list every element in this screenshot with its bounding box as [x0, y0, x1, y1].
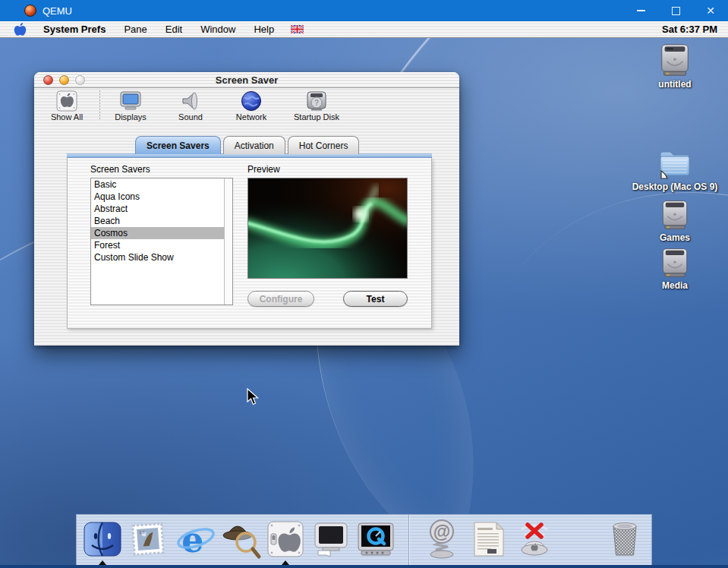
svg-text:?: ?: [314, 99, 319, 107]
dock-display-monitor-icon[interactable]: [310, 519, 351, 560]
desktop-icon-desktop-os9[interactable]: Desktop (Mac OS 9): [638, 145, 711, 192]
qemu-minimize-button[interactable]: [623, 0, 658, 21]
desktop-icon-label: Media: [662, 280, 688, 291]
dock-document-icon[interactable]: [468, 519, 509, 560]
displays-label: Displays: [115, 112, 147, 121]
hard-drive-icon: [659, 244, 691, 279]
folder-alias-icon: [657, 145, 693, 180]
network-button[interactable]: Network: [221, 88, 282, 121]
dock-quicktime-icon[interactable]: [355, 519, 396, 560]
desktop-icon-label: untitled: [658, 79, 691, 90]
svg-text:1.0: 1.0: [139, 529, 145, 534]
qemu-titlebar: QEMU ✕: [0, 0, 728, 21]
displays-icon: [119, 90, 142, 112]
startup-disk-button[interactable]: ? Startup Disk: [282, 88, 351, 121]
menu-clock[interactable]: Sat 6:37 PM: [662, 24, 717, 35]
close-icon: ✕: [706, 5, 715, 16]
hard-drive-icon: [659, 196, 691, 231]
dock-separator: [408, 515, 409, 565]
displays-button[interactable]: Displays: [101, 88, 160, 121]
network-icon: [241, 90, 262, 112]
qemu-app-icon: [24, 5, 36, 17]
desktop: Screen Saver Show All: [0, 38, 728, 568]
dock-sherlock-icon[interactable]: [221, 519, 262, 560]
configure-button[interactable]: Configure: [247, 291, 314, 307]
show-all-button[interactable]: Show All: [34, 88, 99, 121]
qemu-maximize-button[interactable]: [658, 0, 693, 21]
minimize-icon: [637, 10, 645, 11]
window-titlebar[interactable]: Screen Saver: [34, 72, 459, 88]
menu-app[interactable]: System Prefs: [43, 24, 106, 35]
dock-mail-spring-icon[interactable]: @: [421, 519, 462, 560]
dock-mail-icon[interactable]: 1.0: [128, 519, 169, 560]
list-item-selected[interactable]: Cosmos: [91, 227, 232, 239]
apple-icon: [14, 22, 27, 37]
svg-text:e: e: [181, 519, 203, 560]
desktop-icon-label: Games: [660, 232, 690, 243]
tab-screen-savers[interactable]: Screen Savers: [135, 136, 221, 154]
list-item[interactable]: Aqua Icons: [91, 191, 232, 203]
tab-hot-corners[interactable]: Hot Corners: [288, 136, 360, 154]
tab-activation[interactable]: Activation: [223, 136, 285, 154]
window-title: Screen Saver: [34, 74, 459, 86]
desktop-icon-label: Desktop (Mac OS 9): [632, 181, 718, 192]
show-all-icon: [56, 90, 77, 112]
sound-icon: [181, 90, 200, 112]
sound-button[interactable]: Sound: [160, 88, 221, 121]
maximize-icon: [672, 7, 680, 15]
menu-window[interactable]: Window: [200, 24, 235, 35]
qemu-window-title: QEMU: [43, 5, 72, 17]
network-label: Network: [236, 112, 266, 121]
svg-text:@: @: [433, 522, 450, 541]
menu-edit[interactable]: Edit: [165, 24, 182, 35]
hard-drive-icon: [657, 43, 692, 77]
preview-label: Preview: [247, 164, 280, 175]
menu-help[interactable]: Help: [254, 24, 274, 35]
saver-list-label: Screen Savers: [90, 164, 150, 175]
screen: QEMU ✕ System Prefs Pane Edit Window Hel…: [0, 0, 728, 568]
dock-network-offline-icon[interactable]: [514, 519, 555, 560]
dock: 1.0 e: [76, 514, 652, 565]
list-item[interactable]: Beach: [91, 215, 232, 227]
desktop-icon-games[interactable]: Games: [638, 196, 711, 243]
menu-bar: System Prefs Pane Edit Window Help Sat 6…: [0, 21, 728, 38]
tab-bar: Screen Savers Activation Hot Corners: [135, 136, 359, 154]
apple-menu[interactable]: [14, 22, 27, 37]
list-item[interactable]: Basic: [91, 178, 232, 191]
tab-pane: Screen Savers Preview Basic Aqua Icons A…: [67, 158, 432, 329]
screen-saver-list[interactable]: Basic Aqua Icons Abstract Beach Cosmos F…: [90, 178, 233, 305]
qemu-close-button[interactable]: ✕: [693, 0, 728, 21]
screen-bottom-edge: [0, 565, 728, 568]
startup-disk-label: Startup Disk: [294, 112, 339, 121]
show-all-label: Show All: [51, 112, 83, 121]
desktop-icon-media[interactable]: Media: [638, 244, 711, 291]
list-item[interactable]: Custom Slide Show: [91, 251, 232, 263]
toolbar-separator: [99, 90, 100, 121]
startup-disk-icon: ?: [306, 90, 327, 112]
dock-internet-explorer-icon[interactable]: e: [175, 519, 216, 560]
dock-system-preferences-icon[interactable]: [265, 519, 306, 560]
input-menu[interactable]: [291, 25, 304, 33]
preferences-toolbar: Show All Displays: [34, 88, 459, 124]
list-scrollbar[interactable]: [224, 178, 232, 305]
desktop-icon-untitled[interactable]: untitled: [638, 43, 711, 90]
dock-trash-icon[interactable]: [604, 519, 645, 560]
screen-saver-window: Screen Saver Show All: [34, 72, 459, 346]
mouse-cursor: [247, 388, 260, 409]
list-item[interactable]: Forest: [91, 239, 232, 251]
menu-pane[interactable]: Pane: [124, 24, 147, 35]
dock-finder-icon[interactable]: [82, 519, 123, 560]
saver-preview: [247, 178, 408, 279]
uk-flag-icon: [291, 25, 304, 33]
list-item[interactable]: Abstract: [91, 203, 232, 215]
sound-label: Sound: [178, 112, 203, 121]
test-button[interactable]: Test: [343, 291, 408, 307]
